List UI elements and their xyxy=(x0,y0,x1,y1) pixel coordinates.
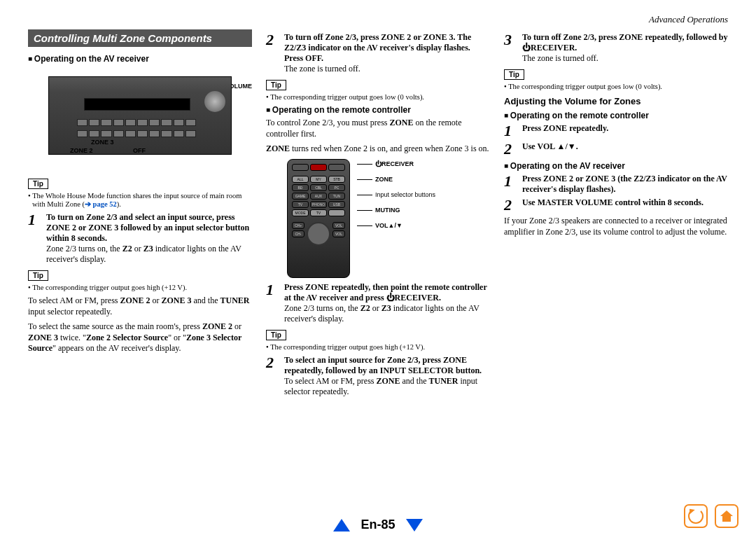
receiver-diagram: Input selector buttons MASTER VOLUME ZON… xyxy=(28,76,252,155)
remote-illustration: ALLMYSTB BDCBLPC GAMEAUXTUN TVPHONOUSB M… xyxy=(287,159,350,278)
step-number: 2 xyxy=(266,355,279,397)
step3-lead: To turn off Zone 2/3, press ZONE repeate… xyxy=(522,32,727,53)
back-arrow-icon xyxy=(688,508,704,524)
remote-step-1: 1 Press ZONE repeatedly, then point the … xyxy=(266,282,490,324)
tip-label: Tip xyxy=(266,330,286,340)
vol-step-2: 2 Use VOL ▲/▼. xyxy=(504,141,728,157)
subhead-av-receiver: Operating on the AV receiver xyxy=(504,161,728,171)
tip-label: Tip xyxy=(28,270,48,281)
s1-text: Press ZONE repeatedly. xyxy=(522,123,608,133)
step-1: 1 To turn on Zone 2/3 and select an inpu… xyxy=(28,212,252,265)
s3-text: Press ZONE 2 or ZONE 3 (the Z2/Z3 indica… xyxy=(522,174,727,194)
rstep1-body: Zone 2/3 turns on, the Z2 or Z3 indicato… xyxy=(284,303,479,324)
tip-text: The Whole House Mode function shares the… xyxy=(32,192,241,208)
callout-input-selector: Input selector buttons xyxy=(357,191,435,198)
column-3: 3 To turn off Zone 2/3, press ZONE repea… xyxy=(504,29,728,400)
remote-step-3: 3 To turn off Zone 2/3, press ZONE repea… xyxy=(504,32,728,64)
step-number: 1 xyxy=(28,212,41,265)
page-footer: En-85 xyxy=(0,517,756,532)
callout-receiver-btn: ⏻RECEIVER xyxy=(357,160,435,167)
tip-label: Tip xyxy=(28,179,48,189)
subhead-remote: Operating on the remote controller xyxy=(266,105,490,115)
rstep2-body: To select AM or FM, press ZONE and the T… xyxy=(284,376,477,396)
home-icon xyxy=(720,510,733,522)
tip-text-end: ). xyxy=(117,200,121,208)
tip-trigger-low: The corresponding trigger output goes lo… xyxy=(266,93,490,101)
subhead-remote: Operating on the remote controller xyxy=(504,111,728,120)
rstep1-lead: Press ZONE repeatedly, then point the re… xyxy=(284,282,487,303)
column-1: Controlling Multi Zone Components Operat… xyxy=(28,29,252,400)
step1-lead: To turn on Zone 2/3 and select an input … xyxy=(46,212,249,243)
nav-icon-group xyxy=(684,504,738,528)
receiver-illustration xyxy=(48,76,232,155)
step2-lead: To turn off Zone 2/3, press ZONE 2 or ZO… xyxy=(284,32,471,63)
step-number: 3 xyxy=(504,32,517,64)
tip-label: Tip xyxy=(504,69,524,80)
callout-zone3: ZONE 3 xyxy=(91,139,114,146)
s4-text: Use MASTER VOLUME control within 8 secon… xyxy=(522,197,704,207)
vol-step-3: 1 Press ZONE 2 or ZONE 3 (the Z2/Z3 indi… xyxy=(504,174,728,195)
home-button[interactable] xyxy=(715,504,738,528)
callout-zone-btn: ZONE xyxy=(357,176,435,183)
remote-intro2: ZONE turns red when Zone 2 is on, and gr… xyxy=(266,144,490,155)
tip-trigger-high: The corresponding trigger output goes hi… xyxy=(266,343,490,351)
heading-adjust-volume: Adjusting the Volume for Zones xyxy=(504,96,728,106)
remote-diagram: ALLMYSTB BDCBLPC GAMEAUXTUN TVPHONOUSB M… xyxy=(287,159,490,278)
step3-body: The zone is turned off. xyxy=(522,53,598,63)
remote-intro1: To control Zone 2/3, you must press ZONE… xyxy=(266,118,490,139)
step-number: 1 xyxy=(504,174,517,195)
para-same-source: To select the same source as the main ro… xyxy=(28,321,252,354)
vol-step-4: 2 Use MASTER VOLUME control within 8 sec… xyxy=(504,197,728,213)
step-number: 1 xyxy=(266,282,279,324)
step-2: 2 To turn off Zone 2/3, press ZONE 2 or … xyxy=(266,32,490,74)
header-section: Advanced Operations xyxy=(28,14,728,25)
callout-vol: VOL▲/▼ xyxy=(357,222,435,229)
tip-label: Tip xyxy=(266,80,286,90)
page-link-52[interactable]: ➔ page 52 xyxy=(85,200,117,208)
closing-para: If your Zone 2/3 speakers are connected … xyxy=(504,216,728,237)
step-number: 2 xyxy=(504,141,517,157)
remote-callouts: ⏻RECEIVER ZONE Input selector buttons MU… xyxy=(357,159,435,229)
step2-body: The zone is turned off. xyxy=(284,64,360,74)
tip-wholehouse: The Whole House Mode function shares the… xyxy=(28,192,252,208)
rstep2-lead: To select an input source for Zone 2/3, … xyxy=(284,355,482,375)
tip-trigger-high: The corresponding trigger output goes hi… xyxy=(28,284,252,291)
prev-page-icon[interactable] xyxy=(333,519,350,531)
callout-muting: MUTING xyxy=(357,207,435,214)
step-number: 2 xyxy=(266,32,279,74)
column-2: 2 To turn off Zone 2/3, press ZONE 2 or … xyxy=(266,29,490,400)
callout-off: OFF xyxy=(133,148,146,155)
page-number: En-85 xyxy=(360,517,395,531)
para-select-amfm: To select AM or FM, press ZONE 2 or ZONE… xyxy=(28,296,252,317)
step-number: 2 xyxy=(504,197,517,213)
next-page-icon[interactable] xyxy=(406,519,423,531)
s2-text: Use VOL ▲/▼. xyxy=(522,141,578,151)
step-number: 1 xyxy=(504,123,517,139)
section-banner: Controlling Multi Zone Components xyxy=(28,29,252,47)
back-button[interactable] xyxy=(684,504,708,528)
subhead-av-receiver: Operating on the AV receiver xyxy=(28,54,252,64)
tip-trigger-low: The corresponding trigger output goes lo… xyxy=(504,83,728,90)
remote-step-2: 2 To select an input source for Zone 2/3… xyxy=(266,355,490,397)
step1-body: Zone 2/3 turns on, the Z2 or Z3 indicato… xyxy=(46,244,241,264)
vol-step-1: 1 Press ZONE repeatedly. xyxy=(504,123,728,139)
callout-zone2: ZONE 2 xyxy=(70,148,93,155)
